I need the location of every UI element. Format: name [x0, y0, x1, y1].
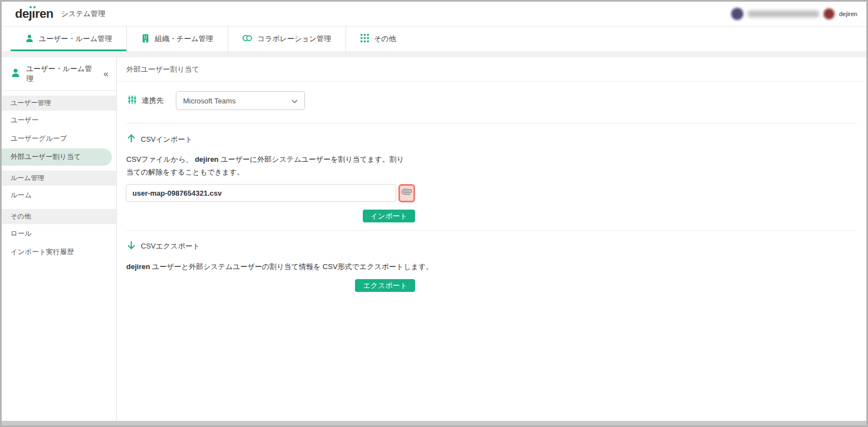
sidebar-item-user-groups[interactable]: ユーザーグループ [2, 130, 116, 147]
csv-export-heading: CSVエクスポート [127, 241, 857, 252]
org-avatar [731, 8, 743, 20]
sidebar: ユーザー・ルーム管理 « ユーザー管理 ユーザー ユーザーグループ 外部ユーザー… [2, 57, 117, 421]
user-icon [25, 34, 34, 44]
tab-collaboration-management[interactable]: コラボレーション管理 [228, 27, 346, 51]
tab-label: コラボレーション管理 [258, 34, 331, 44]
tab-label: 組織・チーム管理 [155, 34, 213, 44]
connector-label: 連携先 [142, 96, 164, 106]
paperclip-icon [402, 187, 412, 199]
tab-others[interactable]: その他 [346, 27, 411, 51]
sidebar-item-users[interactable]: ユーザー [2, 112, 116, 129]
redacted-user-name [748, 11, 819, 17]
export-button[interactable]: エクスポート [355, 279, 415, 292]
collapse-sidebar-icon[interactable]: « [103, 69, 108, 78]
user-label: dejiren [839, 11, 857, 17]
page-title-row: 外部ユーザー割り当て [117, 57, 866, 82]
link-icon [243, 34, 253, 44]
tab-user-room-management[interactable]: ユーザー・ルーム管理 [11, 27, 126, 51]
sidebar-section-user-management: ユーザー管理 [2, 96, 116, 111]
csv-import-description: CSVファイルから、 dejiren ユーザーに外部システムユーザーを割り当てま… [126, 153, 407, 179]
import-button[interactable]: インポート [363, 210, 415, 222]
csv-file-input[interactable]: user-map-0987654321.csv [126, 184, 396, 202]
connector-row: 連携先 Microsoft Teams [127, 91, 857, 110]
user-avatar [823, 8, 835, 19]
sidebar-title: ユーザー・ルーム管理 [26, 64, 98, 84]
arrow-up-icon [127, 134, 135, 145]
app-title: システム管理 [61, 9, 105, 19]
app-window: deȷıren システム管理 dejiren ユーザー・ルーム管理 組織・チーム… [0, 0, 868, 427]
tab-org-team-management[interactable]: 組織・チーム管理 [126, 27, 228, 51]
csv-import-title: CSVインポート [141, 135, 193, 145]
sliders-icon [127, 95, 137, 107]
topbar-user-area[interactable]: dejiren [731, 8, 857, 20]
sidebar-section-room-management: ルーム管理 [2, 171, 116, 186]
sidebar-section-others: その他 [2, 209, 116, 224]
connector-selected-value: Microsoft Teams [183, 97, 292, 105]
csv-export-description: dejiren ユーザーと外部システムユーザーの割り当て情報を CSV形式でエク… [126, 261, 857, 274]
chevron-down-icon [292, 97, 298, 105]
grid-icon [361, 34, 369, 44]
connector-select[interactable]: Microsoft Teams [176, 91, 305, 110]
divider [126, 230, 857, 231]
building-icon [141, 34, 150, 44]
sidebar-item-import-history[interactable]: インポート実行履歴 [2, 244, 116, 261]
file-input-row: user-map-0987654321.csv [126, 184, 415, 202]
tab-label: その他 [374, 34, 396, 44]
sidebar-item-rooms[interactable]: ルーム [2, 187, 116, 204]
topbar: deȷıren システム管理 dejiren [2, 2, 866, 27]
sidebar-item-roles[interactable]: ロール [2, 225, 116, 242]
page-title: 外部ユーザー割り当て [126, 64, 857, 75]
sidebar-header: ユーザー・ルーム管理 « [2, 57, 116, 91]
sidebar-item-external-user-assignment[interactable]: 外部ユーザー割り当て [2, 148, 112, 166]
main-panel: 外部ユーザー割り当て 連携先 Microsoft Teams [117, 57, 866, 421]
csv-export-title: CSVエクスポート [141, 241, 200, 251]
separator-band [2, 51, 866, 57]
main-tabbar: ユーザー・ルーム管理 組織・チーム管理 コラボレーション管理 その他 [2, 27, 866, 51]
bottom-scrollbar-track[interactable] [2, 421, 866, 425]
dejiren-logo: deȷıren [15, 8, 53, 20]
csv-import-heading: CSVインポート [127, 134, 857, 145]
file-name: user-map-0987654321.csv [132, 189, 221, 197]
tab-label: ユーザー・ルーム管理 [39, 34, 112, 44]
attach-file-button[interactable] [398, 184, 415, 202]
user-icon [11, 68, 21, 80]
divider [126, 123, 857, 123]
arrow-down-icon [127, 241, 135, 252]
